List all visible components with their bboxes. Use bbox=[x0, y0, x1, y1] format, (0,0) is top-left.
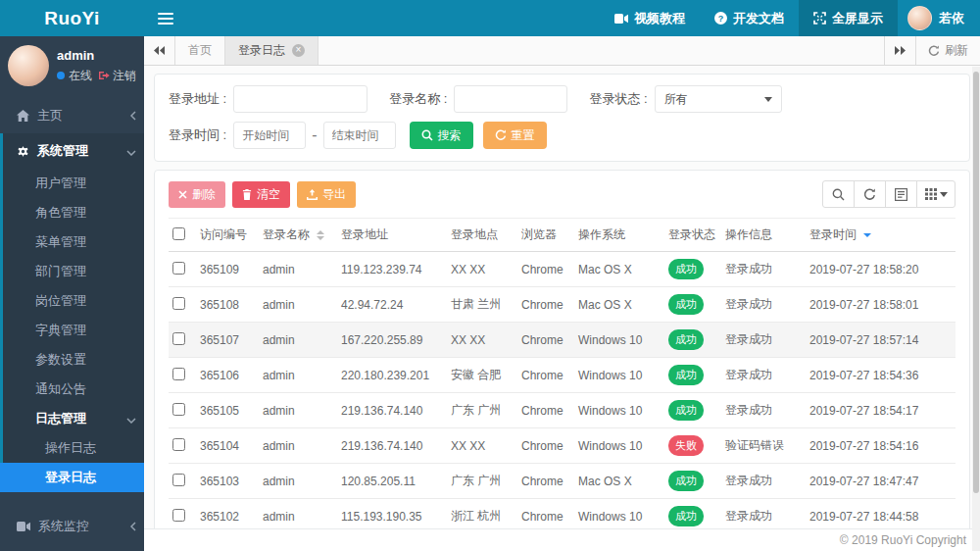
row-checkbox[interactable] bbox=[172, 403, 185, 416]
login-address-input[interactable] bbox=[233, 85, 368, 113]
delete-icon bbox=[178, 190, 187, 199]
cell-login-location: 广东 广州 bbox=[447, 464, 517, 499]
cell-login-time: 2019-07-27 18:57:14 bbox=[806, 323, 956, 358]
row-checkbox-cell bbox=[169, 323, 196, 358]
search-button[interactable]: 搜索 bbox=[410, 122, 473, 149]
logout-link[interactable]: 注销 bbox=[99, 68, 136, 84]
cell-login-location: 安徽 合肥 bbox=[447, 358, 517, 393]
export-button[interactable]: 导出 bbox=[297, 181, 356, 208]
column-header-5[interactable]: 浏览器 bbox=[517, 219, 574, 252]
sidebar-item-system-mgmt[interactable]: 系统管理 bbox=[0, 133, 144, 169]
status-badge: 成功 bbox=[668, 329, 704, 350]
system-mgmt-icon bbox=[17, 145, 29, 158]
table-row: 365108admin42.94.72.24甘肃 兰州ChromeMac OS … bbox=[169, 287, 956, 323]
cell-login-status: 成功 bbox=[664, 252, 721, 287]
sort-desc-icon bbox=[863, 233, 871, 237]
table-row: 365109admin119.123.239.74XX XXChromeMac … bbox=[169, 252, 956, 287]
login-time-label: 登录时间 : bbox=[169, 126, 226, 144]
tabs-bar: 首页登录日志× 刷新 bbox=[144, 36, 980, 66]
row-checkbox[interactable] bbox=[172, 474, 185, 486]
sidebar-avatar[interactable] bbox=[8, 45, 49, 86]
table-panel: 删除 清空 导出 bbox=[154, 170, 970, 551]
clear-button[interactable]: 清空 bbox=[232, 181, 290, 208]
row-checkbox[interactable] bbox=[172, 368, 185, 380]
tab-home[interactable]: 首页 bbox=[175, 36, 225, 65]
sidebar-item-oper-log[interactable]: 操作日志 bbox=[0, 433, 144, 463]
fullscreen-icon bbox=[813, 12, 826, 25]
column-header-label: 登录状态 bbox=[668, 227, 715, 241]
reset-button[interactable]: 重置 bbox=[483, 122, 547, 149]
sidebar-item-menu-mgmt[interactable]: 菜单管理 bbox=[0, 227, 144, 257]
row-checkbox[interactable] bbox=[172, 297, 185, 310]
cell-login-time: 2019-07-27 18:58:01 bbox=[806, 287, 956, 323]
cell-message: 登录成功 bbox=[721, 393, 806, 428]
end-time-input[interactable] bbox=[323, 122, 396, 149]
column-header-9[interactable]: 登录时间 bbox=[806, 219, 956, 252]
table-row: 365107admin167.220.255.89XX XXChromeWind… bbox=[169, 323, 956, 358]
row-checkbox[interactable] bbox=[172, 262, 185, 275]
login-status-label: 登录状态 : bbox=[589, 90, 647, 108]
sidebar-item-role-mgmt[interactable]: 角色管理 bbox=[0, 198, 144, 227]
column-header-label: 操作系统 bbox=[578, 227, 625, 241]
sidebar-item-system-monitor[interactable]: 系统监控 bbox=[0, 509, 144, 544]
table-row: 365105admin219.136.74.140广东 广州ChromeWind… bbox=[169, 393, 956, 428]
export-icon bbox=[307, 189, 318, 200]
column-header-2[interactable]: 登录名称 bbox=[259, 219, 337, 252]
sidebar-item-login-log[interactable]: 登录日志 bbox=[0, 463, 144, 492]
delete-button[interactable]: 删除 bbox=[169, 181, 225, 208]
start-time-input[interactable] bbox=[233, 122, 306, 149]
refresh-table-button[interactable] bbox=[854, 180, 886, 208]
cell-login-name: admin bbox=[259, 358, 337, 393]
tabs-scroll-right-button[interactable] bbox=[884, 36, 915, 65]
topbar-link-video-tutorial[interactable]: 视频教程 bbox=[600, 0, 700, 36]
tabs-scroll-left-button[interactable] bbox=[144, 36, 175, 65]
close-icon[interactable]: × bbox=[292, 44, 305, 57]
tab-login-log[interactable]: 登录日志× bbox=[225, 36, 318, 65]
topbar-link-dev-docs[interactable]: ?开发文档 bbox=[700, 0, 799, 36]
row-checkbox[interactable] bbox=[172, 332, 185, 345]
scrollbar-thumb[interactable] bbox=[973, 72, 979, 493]
column-header-6[interactable]: 操作系统 bbox=[574, 219, 664, 252]
column-header-7[interactable]: 登录状态 bbox=[664, 219, 721, 252]
double-left-icon bbox=[154, 46, 165, 55]
app-logo[interactable]: RuoYi bbox=[0, 0, 144, 36]
columns-button[interactable] bbox=[916, 180, 956, 208]
column-header-4[interactable]: 登录地点 bbox=[447, 219, 517, 252]
sidebar-item-dict-mgmt[interactable]: 字典管理 bbox=[0, 316, 144, 345]
row-checkbox[interactable] bbox=[172, 438, 185, 451]
column-header-label: 登录地址 bbox=[341, 227, 388, 241]
sidebar-item-label: 参数设置 bbox=[35, 351, 136, 369]
cell-os: Mac OS X bbox=[574, 287, 664, 323]
sidebar-item-param-settings[interactable]: 参数设置 bbox=[0, 345, 144, 375]
sidebar-toggle-button[interactable] bbox=[144, 0, 187, 36]
sidebar-item-user-mgmt[interactable]: 用户管理 bbox=[0, 169, 144, 198]
status-badge: 成功 bbox=[668, 294, 704, 315]
column-header-1[interactable]: 访问编号 bbox=[196, 219, 259, 252]
refresh-tab-button[interactable]: 刷新 bbox=[915, 36, 980, 65]
card-view-button[interactable] bbox=[885, 180, 917, 208]
sidebar-item-notice[interactable]: 通知公告 bbox=[0, 375, 144, 404]
user-menu[interactable]: 若依 bbox=[898, 0, 980, 36]
cell-login-location: XX XX bbox=[447, 428, 517, 464]
sidebar-item-label: 部门管理 bbox=[35, 263, 136, 280]
sidebar-item-home[interactable]: 主页 bbox=[0, 98, 144, 133]
column-header-8[interactable]: 操作信息 bbox=[721, 219, 806, 252]
scrollbar[interactable] bbox=[972, 67, 980, 551]
cell-login-ip: 220.180.239.201 bbox=[337, 358, 447, 393]
column-header-3[interactable]: 登录地址 bbox=[337, 219, 447, 252]
sidebar-item-log-mgmt[interactable]: 日志管理 bbox=[0, 404, 144, 433]
login-name-input[interactable] bbox=[454, 85, 567, 113]
search-button-label: 搜索 bbox=[438, 127, 462, 144]
toggle-search-button[interactable] bbox=[822, 180, 855, 208]
card-view-icon bbox=[895, 188, 907, 201]
select-all-checkbox[interactable] bbox=[172, 227, 185, 240]
row-checkbox[interactable] bbox=[172, 509, 185, 522]
cell-login-status: 成功 bbox=[664, 323, 721, 358]
sidebar-item-dept-mgmt[interactable]: 部门管理 bbox=[0, 257, 144, 286]
topbar-link-fullscreen[interactable]: 全屏显示 bbox=[799, 0, 898, 36]
sidebar-item-label: 通知公告 bbox=[35, 380, 136, 398]
cell-info-id: 365107 bbox=[196, 323, 259, 358]
login-status-select[interactable]: 所有 bbox=[655, 85, 782, 113]
double-right-icon bbox=[895, 46, 906, 55]
sidebar-item-post-mgmt[interactable]: 岗位管理 bbox=[0, 286, 144, 316]
